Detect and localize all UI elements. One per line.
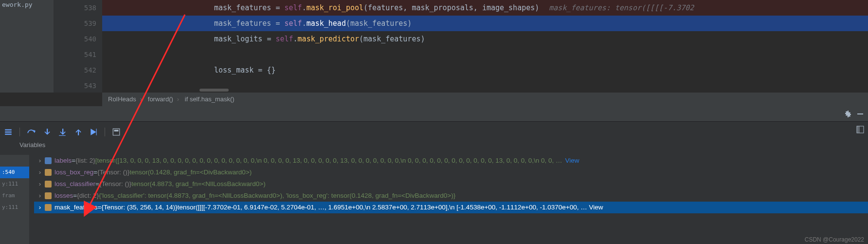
svg-rect-1 xyxy=(59,135,66,136)
frame-label[interactable]: y:111 xyxy=(0,202,29,213)
step-over-icon[interactable] xyxy=(27,128,36,136)
run-to-cursor-icon[interactable] xyxy=(89,128,98,136)
svg-rect-2 xyxy=(96,129,97,135)
project-tool-window[interactable]: ework.py xyxy=(0,0,54,93)
watermark: CSDN @Courage2022 xyxy=(805,236,864,243)
variables-tree[interactable]: › labels = {list: 2} [tensor([13, 0, 0, … xyxy=(34,155,868,244)
chevron-right-icon[interactable]: › xyxy=(37,167,43,178)
gear-icon[interactable] xyxy=(844,110,851,118)
breadcrumb-item[interactable]: if self.has_mask() xyxy=(182,95,237,103)
view-link[interactable]: View xyxy=(565,155,579,167)
svg-rect-0 xyxy=(857,113,863,114)
list-var-icon xyxy=(45,157,52,164)
editor-gutter[interactable]: 538 539 540 541 542 543 xyxy=(54,0,102,93)
field-var-icon xyxy=(45,169,52,176)
chevron-right-icon[interactable]: › xyxy=(37,202,43,213)
layout-icon[interactable] xyxy=(856,126,864,135)
frame-current[interactable]: :540 xyxy=(0,167,29,178)
calculator-icon[interactable] xyxy=(112,128,121,136)
code-line[interactable]: mask_logits = self.mask_predictor(mask_f… xyxy=(102,31,868,47)
variable-row[interactable]: › losses = {dict: 2} {'loss_classifier':… xyxy=(34,190,868,202)
line-number[interactable]: 543 xyxy=(54,78,102,94)
variable-row[interactable]: › labels = {list: 2} [tensor([13, 0, 0, … xyxy=(34,155,868,167)
code-editor[interactable]: 538 539 540 541 542 543 mask_features = … xyxy=(54,0,868,93)
line-number-breakpoint[interactable]: 539 xyxy=(54,16,102,31)
code-line-current[interactable]: mask_features = self.mask_head(mask_feat… xyxy=(102,16,868,31)
breadcrumb[interactable]: RoIHeads› forward()› if self.has_mask() xyxy=(102,93,868,106)
svg-rect-6 xyxy=(857,126,860,133)
variables-tab-title[interactable]: Variables xyxy=(19,141,45,149)
inline-hint: mask_features: tensor([[[[-7.3702 xyxy=(549,3,694,12)
field-var-icon xyxy=(45,192,52,199)
step-into-icon[interactable] xyxy=(42,128,51,136)
debug-toolbar-right xyxy=(0,106,868,122)
minimize-icon[interactable] xyxy=(856,110,864,118)
svg-rect-3 xyxy=(113,129,120,135)
field-var-icon xyxy=(45,181,52,188)
code-area[interactable]: mask_features = self.mask_roi_pool(featu… xyxy=(102,0,868,93)
breadcrumb-item[interactable]: RoIHeads xyxy=(105,95,139,103)
chevron-right-icon[interactable]: › xyxy=(37,155,43,167)
scrollbar-thumb[interactable] xyxy=(199,89,229,92)
code-line[interactable]: loss_mask = {} xyxy=(102,62,868,78)
horizontal-scrollbar[interactable] xyxy=(151,88,868,93)
frame-label[interactable]: fram xyxy=(0,190,29,202)
frames-gutter[interactable]: :540 y:111 fram y:111 xyxy=(0,155,29,244)
svg-rect-4 xyxy=(114,130,119,131)
debug-toolbar-left xyxy=(4,125,121,139)
list-icon[interactable] xyxy=(4,128,13,136)
chevron-right-icon[interactable]: › xyxy=(37,178,43,190)
frame-label[interactable]: y:111 xyxy=(0,178,29,190)
line-number[interactable]: 542 xyxy=(54,62,102,78)
line-number[interactable]: 541 xyxy=(54,47,102,62)
force-step-into-icon[interactable] xyxy=(58,128,67,136)
variable-row-selected[interactable]: › mask_features = {Tensor: (35, 256, 14,… xyxy=(34,202,868,213)
line-number[interactable]: 538 xyxy=(54,0,102,16)
field-var-icon xyxy=(45,204,52,211)
code-line[interactable] xyxy=(102,47,868,62)
step-out-icon[interactable] xyxy=(73,128,82,136)
code-line[interactable]: mask_features = self.mask_roi_pool(featu… xyxy=(102,0,868,16)
debug-tool-window: Variables + :540 y:111 fram y:111 › labe… xyxy=(0,106,868,244)
breadcrumb-item[interactable]: forward() xyxy=(145,95,176,103)
variable-row[interactable]: › loss_classifier = {Tensor: ()} tensor(… xyxy=(34,178,868,190)
open-file-name[interactable]: ework.py xyxy=(2,1,33,8)
line-number[interactable]: 540 xyxy=(54,31,102,47)
variable-row[interactable]: › loss_box_reg = {Tensor: ()} tensor(0.1… xyxy=(34,167,868,178)
chevron-right-icon[interactable]: › xyxy=(37,190,43,202)
